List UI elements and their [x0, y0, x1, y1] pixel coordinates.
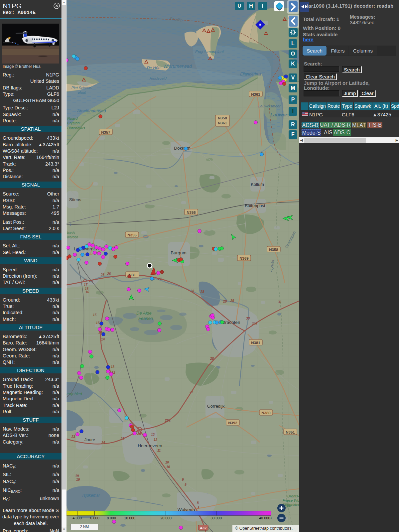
svg-text:28: 28 — [210, 357, 214, 360]
svg-text:Burgum: Burgum — [171, 250, 186, 255]
svg-text:N381: N381 — [251, 341, 260, 345]
svg-text:N358: N358 — [218, 116, 227, 120]
svg-text:Heerenveen: Heerenveen — [138, 443, 162, 448]
svg-text:9: 9 — [182, 478, 184, 481]
svg-text:29: 29 — [223, 300, 227, 303]
svg-text:9: 9 — [185, 483, 187, 486]
svg-text:Wierumerwad: Wierumerwad — [163, 64, 192, 69]
svg-text:N357: N357 — [101, 130, 110, 134]
svg-text:30 000: 30 000 — [210, 516, 222, 520]
svg-text:8: 8 — [197, 501, 199, 505]
svg-text:A32: A32 — [200, 526, 206, 530]
svg-text:10: 10 — [166, 465, 170, 469]
svg-text:Amelanderwad: Amelanderwad — [77, 108, 106, 113]
svg-text:Friese Wo: Friese Wo — [283, 498, 299, 502]
svg-text:20 000: 20 000 — [160, 516, 172, 520]
svg-text:Bûtendyks: Bûtendyks — [67, 126, 85, 130]
svg-text:6 000: 6 000 — [90, 516, 99, 520]
svg-text:23: 23 — [71, 435, 75, 439]
svg-text:Noard-: Noard- — [67, 116, 79, 120]
svg-text:16: 16 — [85, 290, 89, 294]
svg-text:40 000+: 40 000+ — [259, 516, 272, 520]
svg-text:15: 15 — [93, 313, 97, 317]
svg-text:plaat: plaat — [77, 90, 86, 94]
svg-text:N392: N392 — [228, 421, 237, 425]
svg-text:24: 24 — [101, 441, 105, 445]
svg-text:Eilanderbult: Eilanderbult — [240, 72, 261, 76]
svg-text:Piet Scheve-: Piet Scheve- — [71, 86, 92, 90]
svg-text:4 000: 4 000 — [72, 516, 82, 520]
svg-text:Lauwersmeer: Lauwersmeer — [258, 104, 281, 108]
svg-text:Gorredijk: Gorredijk — [207, 404, 225, 409]
svg-text:N361: N361 — [251, 92, 260, 96]
svg-text:26: 26 — [100, 273, 105, 277]
svg-text:N361: N361 — [218, 121, 227, 125]
svg-text:10 000: 10 000 — [124, 516, 135, 520]
svg-text:12: 12 — [154, 438, 158, 442]
svg-text:30: 30 — [246, 317, 250, 320]
svg-text:Drachten: Drachten — [222, 320, 240, 325]
svg-text:Buitenpost: Buitenpost — [245, 203, 265, 208]
svg-text:N369: N369 — [239, 256, 249, 260]
svg-text:8 000: 8 000 — [107, 516, 116, 520]
svg-text:10: 10 — [165, 461, 169, 464]
svg-text:Joure: Joure — [84, 437, 95, 442]
svg-text:De Hôn: De Hôn — [147, 66, 161, 70]
svg-text:Tsjûkemar: Tsjûkemar — [82, 493, 100, 498]
svg-text:27: 27 — [158, 277, 162, 281]
svg-text:25: 25 — [89, 279, 93, 283]
svg-text:warden: warden — [67, 235, 78, 239]
svg-text:12: 12 — [151, 433, 155, 437]
svg-text:Fryslân: Fryslân — [67, 121, 80, 125]
svg-text:Feanen: Feanen — [138, 316, 153, 321]
svg-text:Stiens: Stiens — [69, 197, 81, 202]
svg-text:Drents-: Drents- — [287, 494, 299, 498]
svg-text:31: 31 — [278, 300, 282, 304]
svg-text:14: 14 — [101, 337, 105, 341]
svg-text:25: 25 — [83, 278, 87, 282]
svg-text:✈: ✈ — [69, 223, 72, 227]
svg-text:ergebied: ergebied — [66, 392, 82, 396]
svg-text:N380: N380 — [261, 411, 271, 415]
svg-text:basis: basis — [67, 231, 75, 235]
svg-text:11: 11 — [157, 449, 161, 453]
svg-text:Engelsmanplaat: Engelsmanplaat — [195, 50, 224, 54]
svg-text:25: 25 — [120, 437, 125, 441]
svg-text:29: 29 — [230, 299, 234, 303]
svg-text:28: 28 — [200, 290, 204, 294]
svg-text:8: 8 — [198, 506, 200, 510]
svg-text:Kollum: Kollum — [251, 182, 264, 187]
svg-text:15: 15 — [96, 321, 100, 325]
svg-text:30a: 30a — [252, 322, 257, 325]
svg-text:26: 26 — [137, 432, 141, 436]
svg-text:28: 28 — [190, 289, 195, 293]
svg-text:Heideveld: Heideveld — [149, 76, 167, 80]
svg-text:N356: N356 — [187, 210, 196, 214]
svg-text:17: 17 — [84, 283, 88, 287]
svg-text:De Alde: De Alde — [136, 311, 152, 316]
svg-text:13: 13 — [111, 365, 115, 369]
svg-text:27: 27 — [189, 390, 194, 394]
svg-text:N351: N351 — [286, 430, 295, 434]
svg-text:Dokkum: Dokkum — [174, 146, 191, 151]
svg-text:N358: N358 — [269, 248, 278, 252]
svg-text:26a: 26a — [165, 419, 171, 422]
svg-text:26: 26 — [107, 272, 111, 276]
svg-text:19: 19 — [76, 478, 80, 481]
svg-text:19: 19 — [75, 474, 79, 478]
svg-text:N355: N355 — [127, 233, 137, 237]
